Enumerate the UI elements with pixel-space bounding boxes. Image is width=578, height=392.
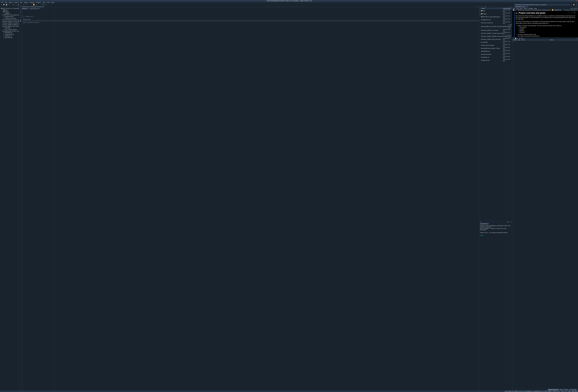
notebook-maximize-icon[interactable]: ⛶ (575, 6, 576, 8)
varexp-refresh-icon[interactable]: ↻ (524, 38, 525, 39)
debug-step-icon[interactable]: ↷ (25, 4, 27, 6)
status-mem[interactable]: Mem 88% (572, 391, 577, 392)
code-editor[interactable]: 12345678 # -*- coding: utf-8 -*-"""Spyde… (19, 9, 479, 390)
menu-source[interactable]: Source (14, 2, 19, 3)
tree-item[interactable]: ▸📁images (0, 11, 18, 12)
file-row[interactable]: 🗎requirements.txt1/19/24 4:08 PM (479, 53, 512, 56)
file-row[interactable]: 🗎houses_seattle_75_corr.png1/19/24 5:34 … (479, 29, 512, 32)
status-rw[interactable]: RW (568, 391, 570, 392)
console-remove-icon[interactable]: − (509, 221, 510, 223)
nb-menu-settings[interactable]: Settings (529, 8, 533, 9)
file-row[interactable]: 🗎assignment.md1/19/24 4:08 PM (479, 18, 512, 21)
tree-item[interactable]: ▾📁EDA_Project_KC_Housesales (0, 8, 18, 9)
tree-item[interactable]: ▸📁data (0, 9, 18, 11)
file-row[interactable]: 🗎propertiesmap_houses_75.png1/19/24 5:34… (479, 47, 512, 50)
cell-delete-icon[interactable]: 🗑 (574, 12, 576, 13)
status-linecol[interactable]: Line 8, Col 1 (553, 391, 560, 392)
save-icon[interactable]: 💾 (5, 4, 8, 6)
nb-menu-kernel[interactable]: Kernel (524, 8, 527, 9)
tree-item[interactable]: 🗎2022-06-01_eda_project.ipynb (0, 14, 18, 16)
nb-menu-view[interactable]: View (516, 8, 519, 9)
varexp-save-icon[interactable]: 💾 (515, 38, 517, 39)
console-output[interactable]: Python 3.9.18 | packaged by conda-forge … (479, 225, 512, 390)
file-row[interactable]: 🗎eda_Seattle_City_Center_Housing_Market.… (479, 24, 512, 29)
run-icon[interactable]: ▶ (12, 4, 15, 6)
cell-moveup-icon[interactable]: ↑ (569, 12, 570, 13)
cell-duplicate-icon[interactable]: ⎘ (568, 12, 569, 13)
varexp-table-body[interactable] (512, 41, 578, 389)
menu-edit[interactable]: Edit (4, 2, 8, 3)
tree-item[interactable]: 🗎README.md (0, 32, 18, 34)
tree-item[interactable]: 🗎houses_seattle_75_corr.png (0, 21, 18, 22)
notebook-markdown-cell[interactable]: ⎘ ↑ ↓ ⊼ ⊻ 🗑 1.- Project overview and goa… (514, 12, 576, 38)
tab-close-icon[interactable]: ✕ (27, 8, 28, 9)
menu-view[interactable]: View (46, 2, 50, 3)
file-row[interactable]: 🗎houses_seattle_75_mean_price.png1/19/24… (479, 32, 512, 35)
run-selection-icon[interactable]: I̲ (20, 4, 22, 6)
console-tab-close-icon[interactable]: ✕ (488, 223, 489, 224)
maximize-pane-icon[interactable]: ⛶ (40, 4, 42, 6)
nb-menu-run[interactable]: Run (520, 8, 523, 9)
varexp-saveas-icon[interactable]: ⎘ (517, 38, 518, 39)
editor-new-tab-icon[interactable]: 🗋 (20, 6, 21, 7)
varexp-col-value[interactable]: Value (526, 39, 578, 40)
file-row[interactable]: 🗎houses_seattle_condition_mean_price.png… (479, 35, 512, 38)
varexp-col-type[interactable]: Type (517, 39, 521, 40)
cell-insert-above-icon[interactable]: ⊼ (572, 12, 572, 13)
editor-tab[interactable]: requirements.txt✕ (29, 8, 41, 9)
nb-restart-button[interactable]: Restart Kerne... (542, 9, 551, 11)
preferences-icon[interactable]: 🔧 (42, 4, 44, 6)
nb-run-selected-button[interactable]: Run Selected Cell (522, 9, 532, 11)
nb-cell-type-select[interactable]: Markdown (554, 9, 561, 11)
run-cell-advance-icon[interactable]: ◧ (18, 4, 20, 6)
run-cell-icon[interactable]: ▢ (15, 4, 17, 6)
notebook-pane-options-icon[interactable]: ≡ (577, 6, 577, 8)
tree-item[interactable]: 🗎houses_seattle_condition_mean_price.png (0, 24, 18, 25)
nb-cut-icon[interactable]: ✂ (517, 9, 518, 11)
menu-search[interactable]: Search (8, 2, 13, 3)
status-encoding[interactable]: UTF-8 (561, 391, 565, 392)
varexp-remove-icon[interactable]: 🗑 (519, 38, 521, 39)
menu-tools[interactable]: Tools (42, 2, 46, 3)
tree-item[interactable]: 🗎houses_seattle_mean_price.png (0, 25, 18, 27)
nb-fastforward-icon[interactable]: ⏩ (552, 9, 553, 11)
bottom-tab-line-profiler[interactable]: Line Profiler (569, 389, 577, 391)
status-completions[interactable]: Completions: conda(EDA_KC) (524, 391, 542, 392)
file-row[interactable]: ▸📁images1/19/24 4:08 PM (479, 12, 512, 15)
file-row[interactable]: 📓2022-06-01_eda_project.ipynb1/19/24 5:3… (479, 15, 512, 18)
editor-tab-new-icon[interactable]: 🗋 (20, 8, 21, 9)
varexp-search-icon[interactable]: 🔍 (521, 38, 523, 39)
cell-insert-below-icon[interactable]: ⊻ (573, 12, 574, 13)
notebook-new-tab-icon[interactable]: 🗋 (513, 6, 515, 8)
files-col-name[interactable]: Name (479, 8, 503, 9)
files-up-icon[interactable]: ↑ (484, 6, 484, 7)
save-all-icon[interactable]: ⎘ (8, 4, 10, 6)
new-file-icon[interactable]: 🗋 (0, 4, 2, 6)
varexp-import-icon[interactable]: ⬆ (513, 38, 514, 39)
debug-icon[interactable]: ⏵ (23, 4, 25, 6)
file-row[interactable]: ▸📁data1/19/24 5:30 PM (479, 9, 512, 12)
varexp-col-name[interactable]: Name ▴ (512, 39, 517, 40)
nb-settings-icon[interactable]: ⚙ (564, 9, 565, 11)
nb-save-icon[interactable]: 💾 (513, 9, 515, 11)
console-stop-icon[interactable]: 🗑 (507, 221, 509, 223)
tree-item[interactable]: 🗎houses_seattle_75_mean_price.png (0, 22, 18, 24)
tree-item[interactable]: 🗎LICENSE (0, 27, 18, 29)
tree-item[interactable]: 🗎eda_Seattle_City_Center_Housing_Market.… (0, 19, 18, 21)
nb-add-cell-icon[interactable]: + (515, 9, 516, 11)
tree-item[interactable]: 🗎zipCodes.csv (0, 37, 18, 38)
debug-step-in-icon[interactable]: ↓ (28, 4, 30, 6)
files-header[interactable]: Name Date Modified (479, 8, 512, 9)
tree-item[interactable]: 🗎workflow.md (0, 35, 18, 37)
files-list[interactable]: ▸📁data1/19/24 5:30 PM▸📁images1/19/24 4:0… (479, 9, 512, 221)
window-close-button[interactable] (576, 0, 577, 1)
file-row[interactable]: 🗎houses_seattle_mean_price.png1/19/24 5:… (479, 38, 512, 41)
file-row[interactable]: 🗎column_names.md1/19/24 4:08 PM (479, 21, 512, 24)
notebook-tab-close-icon[interactable]: ✕ (527, 6, 528, 7)
tree-item[interactable]: 🗎propertiesmap_houses_75.png (0, 30, 18, 32)
file-row[interactable]: 🗎LICENSE1/19/24 4:08 PM (479, 41, 512, 44)
editor-tab[interactable]: temp.py✕ (21, 8, 29, 9)
tree-item[interactable]: 🗎map_houses_all.png (0, 29, 18, 30)
tree-item[interactable]: 🗎requirements.txt (0, 34, 18, 35)
nb-run-icon[interactable]: ▶ (520, 9, 521, 11)
